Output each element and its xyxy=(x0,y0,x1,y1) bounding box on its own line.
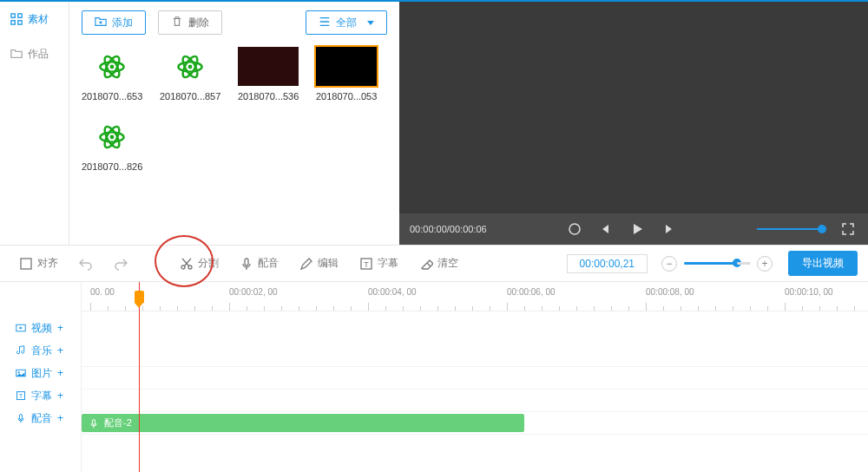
svg-rect-2 xyxy=(11,21,15,24)
list-icon xyxy=(319,16,331,30)
track-row[interactable]: 配音-2 xyxy=(82,412,868,435)
timeline-ruler[interactable]: 00. 0000:00:02, 0000:00:04, 0000:00:06, … xyxy=(82,282,868,311)
svg-rect-28 xyxy=(20,415,23,420)
add-button[interactable]: 添加 xyxy=(82,10,146,35)
prev-button[interactable] xyxy=(596,220,615,239)
track-label[interactable]: 图片+ xyxy=(0,362,81,384)
delete-button[interactable]: 删除 xyxy=(158,10,222,35)
timeline-toolbar: 对齐 分割 配音 编辑 T 字幕 清空 00:00:00,21 − + 导出视频 xyxy=(0,246,868,282)
svg-rect-1 xyxy=(18,14,22,17)
track-label[interactable]: 配音+ xyxy=(0,407,81,429)
chevron-down-icon xyxy=(367,21,374,25)
media-panel: 添加 删除 全部 2018070...653.mp42018070...857.… xyxy=(69,2,399,245)
edit-tool[interactable]: 编辑 xyxy=(291,252,347,276)
svg-point-15 xyxy=(110,134,115,139)
media-label: 2018070...826.mp4 xyxy=(82,161,142,172)
preview-progress[interactable] xyxy=(757,228,826,230)
media-item[interactable]: 2018070...536.mp4 xyxy=(238,47,299,102)
subtitle-tool[interactable]: T 字幕 xyxy=(351,252,407,276)
zoom-slider[interactable] xyxy=(684,262,750,265)
track-row[interactable] xyxy=(82,344,868,367)
track-row[interactable] xyxy=(82,367,868,390)
align-tool[interactable]: 对齐 xyxy=(10,252,67,276)
svg-rect-29 xyxy=(93,419,95,424)
playhead[interactable] xyxy=(139,282,140,472)
svg-text:T: T xyxy=(19,393,23,399)
svg-point-16 xyxy=(569,224,580,234)
redo-button[interactable] xyxy=(105,252,136,276)
svg-point-25 xyxy=(18,371,20,373)
media-item[interactable]: 2018070...653.mp4 xyxy=(82,47,142,102)
next-button[interactable] xyxy=(659,220,678,239)
split-tool[interactable]: 分割 xyxy=(171,252,227,276)
sidebar-tab-label: 作品 xyxy=(28,47,49,62)
preview-stage xyxy=(399,2,868,213)
folder-icon xyxy=(10,48,23,60)
sidebar-tab-works[interactable]: 作品 xyxy=(0,36,69,71)
track-row[interactable] xyxy=(82,390,868,412)
zoom-in-button[interactable]: + xyxy=(757,256,773,272)
svg-rect-17 xyxy=(21,259,31,269)
track-label[interactable]: 音乐+ xyxy=(0,339,81,362)
filter-button[interactable]: 全部 xyxy=(306,10,387,35)
svg-text:T: T xyxy=(364,260,369,269)
grid-icon xyxy=(10,13,23,25)
export-button[interactable]: 导出视频 xyxy=(788,251,858,276)
media-label: 2018070...653.mp4 xyxy=(82,91,142,102)
trash-icon xyxy=(171,16,183,30)
media-label: 2018070...536.mp4 xyxy=(238,91,299,102)
media-label: 2018070...857.mp4 xyxy=(160,91,220,102)
svg-point-11 xyxy=(188,64,193,69)
sidebar: 素材 作品 xyxy=(0,2,69,245)
sidebar-tab-material[interactable]: 素材 xyxy=(0,2,69,36)
play-button[interactable] xyxy=(628,220,647,239)
track-row[interactable] xyxy=(82,311,868,344)
media-label: 2018070...053.mp4 xyxy=(316,91,377,102)
svg-rect-3 xyxy=(18,21,22,24)
preview-time: 00:00:00/00:00:06 xyxy=(410,224,487,234)
audio-clip[interactable]: 配音-2 xyxy=(82,414,524,432)
svg-rect-0 xyxy=(11,14,15,17)
media-item[interactable]: 2018070...826.mp4 xyxy=(82,117,142,172)
track-labels: 视频+音乐+图片+T字幕+配音+ xyxy=(0,282,82,472)
clear-tool[interactable]: 清空 xyxy=(411,252,467,276)
svg-rect-20 xyxy=(245,259,248,266)
svg-point-7 xyxy=(110,64,115,69)
dub-tool[interactable]: 配音 xyxy=(231,252,287,276)
zoom-out-button[interactable]: − xyxy=(661,256,677,272)
media-item[interactable]: 2018070...857.mp4 xyxy=(160,47,220,102)
sidebar-tab-label: 素材 xyxy=(28,12,49,27)
media-grid: 2018070...653.mp42018070...857.mp4201807… xyxy=(82,47,387,172)
undo-button[interactable] xyxy=(70,252,102,276)
fullscreen-icon[interactable] xyxy=(838,220,858,239)
media-item[interactable]: 2018070...053.mp4 xyxy=(316,47,377,102)
cycle-icon[interactable] xyxy=(565,220,584,239)
folder-plus-icon xyxy=(95,16,107,30)
time-display: 00:00:00,21 xyxy=(567,254,648,273)
tracks-area: 00. 0000:00:02, 0000:00:04, 0000:00:06, … xyxy=(82,282,868,472)
preview-panel: 00:00:00/00:00:06 xyxy=(399,2,868,245)
track-label[interactable]: 视频+ xyxy=(0,317,81,339)
track-label[interactable]: T字幕+ xyxy=(0,384,81,407)
